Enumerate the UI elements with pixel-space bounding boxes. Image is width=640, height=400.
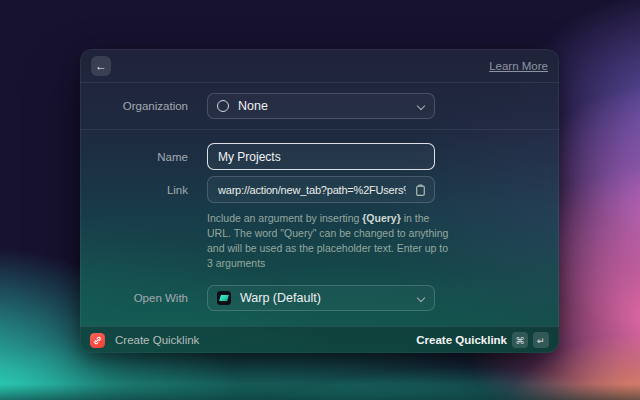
footer-bar: Create Quicklink Create Quicklink ⌘ ↵ bbox=[80, 326, 559, 353]
warp-app-icon bbox=[217, 291, 231, 305]
open-with-row: Open With Warp (Default) bbox=[80, 285, 559, 311]
learn-more-link[interactable]: Learn More bbox=[489, 60, 548, 72]
open-with-value: Warp (Default) bbox=[240, 291, 411, 305]
organization-none-icon bbox=[217, 100, 229, 112]
quicklink-icon bbox=[90, 333, 105, 348]
back-button[interactable]: ← bbox=[91, 56, 111, 76]
back-arrow-icon: ← bbox=[95, 59, 107, 73]
footer-command-title: Create Quicklink bbox=[115, 334, 199, 346]
link-input[interactable] bbox=[207, 176, 435, 203]
create-quicklink-dialog: ← Learn More Organization None Name Link bbox=[80, 49, 559, 353]
titlebar: ← Learn More bbox=[80, 49, 559, 83]
query-token: {Query} bbox=[362, 212, 401, 224]
link-label: Link bbox=[80, 184, 188, 196]
open-with-label: Open With bbox=[80, 292, 188, 304]
name-input[interactable] bbox=[207, 143, 435, 170]
link-help-text: Include an argument by inserting {Query}… bbox=[207, 211, 449, 271]
form-body: Name Link Include an argument by inser bbox=[80, 130, 559, 311]
link-row: Link bbox=[80, 176, 559, 203]
create-quicklink-button[interactable]: Create Quicklink bbox=[416, 334, 507, 346]
name-label: Name bbox=[80, 151, 188, 163]
organization-label: Organization bbox=[80, 100, 188, 112]
chevron-down-icon bbox=[417, 102, 425, 110]
command-key-icon: ⌘ bbox=[512, 332, 528, 348]
organization-dropdown[interactable]: None bbox=[207, 93, 435, 119]
organization-row: Organization None bbox=[80, 83, 559, 130]
open-with-dropdown[interactable]: Warp (Default) bbox=[207, 285, 435, 311]
clipboard-icon[interactable] bbox=[414, 183, 427, 196]
return-key-icon: ↵ bbox=[533, 332, 549, 348]
link-help-row: Include an argument by inserting {Query}… bbox=[80, 203, 559, 271]
organization-value: None bbox=[238, 99, 411, 113]
name-row: Name bbox=[80, 143, 559, 170]
chevron-down-icon bbox=[417, 294, 425, 302]
